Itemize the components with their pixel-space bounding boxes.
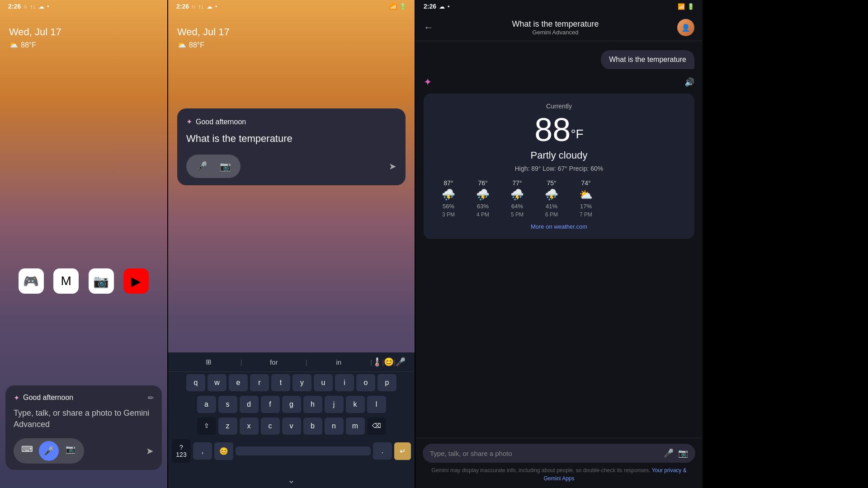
gemini-input-field[interactable]: Type, talk, or share a photo <box>430 450 659 457</box>
keyboard-row-2: a s d f g h j k l <box>168 394 415 415</box>
key-h[interactable]: h <box>303 396 322 413</box>
date-text-2: Wed, Jul 17 <box>177 26 406 38</box>
key-shift[interactable]: ⇧ <box>197 418 216 435</box>
speaker-icon[interactable]: 🔊 <box>684 77 694 87</box>
weather-emoji-1: ⛅ <box>9 41 18 49</box>
key-s[interactable]: s <box>218 396 237 413</box>
key-w[interactable]: w <box>208 374 226 391</box>
key-i[interactable]: i <box>335 374 354 391</box>
key-r[interactable]: r <box>250 374 269 391</box>
kbd-for[interactable]: for <box>242 358 306 366</box>
app-icons-row: 🎮 M 📷 ▶ <box>0 268 167 294</box>
key-t[interactable]: t <box>271 374 290 391</box>
keyboard-row-3: ⇧ z x c v b n m ⌫ <box>168 415 415 437</box>
key-f[interactable]: f <box>261 396 280 413</box>
temp-text-1: 88°F <box>21 41 36 49</box>
weather-details: High: 89° Low: 67° Precip: 60% <box>433 165 685 172</box>
key-d[interactable]: d <box>240 396 259 413</box>
key-p[interactable]: p <box>377 374 396 391</box>
h-time-4: 7 PM <box>580 211 592 218</box>
h-precip-2: 64% <box>511 203 523 210</box>
key-q[interactable]: q <box>186 374 205 391</box>
keyboard-btn-1[interactable]: ⌨ <box>19 441 35 457</box>
time-3: 2:26 <box>424 3 436 10</box>
gemini-input-area: Type, talk, or share a photo 🎤 📷 Gemini … <box>415 438 703 488</box>
key-enter[interactable]: ↵ <box>394 442 411 460</box>
h-precip-4: 17% <box>580 203 592 210</box>
weather-card: Currently 88°F Partly cloudy High: 89° L… <box>424 94 694 239</box>
voice-actions: 🎤 📷 ➤ <box>186 155 396 178</box>
status-left-3: 2:26 ☁ • <box>424 3 450 10</box>
h-icon-4: ⛅ <box>579 188 593 201</box>
key-n[interactable]: n <box>325 418 344 435</box>
wifi-2: 📶 <box>390 3 397 10</box>
photos-icon[interactable]: 📷 <box>89 268 114 294</box>
kbd-in[interactable]: in <box>307 358 370 366</box>
voice-camera-btn[interactable]: 📷 <box>217 158 233 174</box>
key-emoji-face[interactable]: 😊 <box>214 442 233 460</box>
key-m[interactable]: m <box>346 418 365 435</box>
key-123[interactable]: ?123 <box>172 439 191 463</box>
gemini-response-area: ✦ 🔊 Currently 88°F Partly cloudy High: 8… <box>424 76 694 239</box>
key-backspace[interactable]: ⌫ <box>367 418 386 435</box>
status-bar-2: 2:26 ○ ↑↓ ☁ • 📶 🔋 <box>168 0 415 13</box>
keyboard-overlay: ⊞ | for | in | 🌡️ | 😊 | 🎤 q w e r t y u … <box>168 352 415 488</box>
camera-btn-1[interactable]: 📷 <box>62 441 79 457</box>
kbd-grid-icon: ⊞ <box>177 358 241 366</box>
keyboard-row-1: q w e r t y u i o p <box>168 372 415 394</box>
gemini-prompt-1: Type, talk, or share a photo to Gemini A… <box>14 408 154 430</box>
wifi-3: 📶 <box>678 3 685 10</box>
key-y[interactable]: y <box>292 374 311 391</box>
key-u[interactable]: u <box>314 374 333 391</box>
key-x[interactable]: x <box>240 418 259 435</box>
key-z[interactable]: z <box>218 418 237 435</box>
gemini-star-main: ✦ <box>424 76 432 88</box>
action-buttons-1: ⌨ 🎤 📷 <box>14 438 84 464</box>
status-left-2: 2:26 ○ ↑↓ ☁ • <box>176 3 217 10</box>
input-camera-icon[interactable]: 📷 <box>678 448 688 458</box>
phone-panel-1: 2:26 ○ ↑↓ ☁ • Wed, Jul 17 ⛅ 88°F 🎮 M 📷 ▶… <box>0 0 167 488</box>
key-o[interactable]: o <box>356 374 375 391</box>
mic-btn-1[interactable]: 🎤 <box>39 441 59 461</box>
key-period[interactable]: . <box>373 442 392 460</box>
key-comma[interactable]: , <box>193 442 212 460</box>
key-a[interactable]: a <box>197 396 216 413</box>
edit-icon-1[interactable]: ✏ <box>148 394 154 402</box>
user-message-bubble: What is the temperature <box>601 50 694 69</box>
key-j[interactable]: j <box>325 396 344 413</box>
user-avatar[interactable]: 👤 <box>677 19 694 36</box>
key-g[interactable]: g <box>282 396 301 413</box>
dot-1: • <box>47 3 49 10</box>
keyboard-hide-btn[interactable]: ⌄ <box>168 472 415 488</box>
voice-send-btn[interactable]: ➤ <box>389 161 396 172</box>
key-k[interactable]: k <box>346 396 365 413</box>
temp-big: 88 <box>534 113 571 146</box>
dot-2: • <box>215 3 217 10</box>
key-c[interactable]: c <box>261 418 280 435</box>
gemini-star-icon-1: ✦ <box>14 394 19 402</box>
youtube-icon[interactable]: ▶ <box>123 268 149 294</box>
kbd-thermo[interactable]: 🌡️ <box>372 357 382 367</box>
gemini-response-header: ✦ 🔊 <box>424 76 694 88</box>
weather-source-link[interactable]: More on weather.com <box>433 223 685 230</box>
date-text-1: Wed, Jul 17 <box>9 26 158 38</box>
input-mic-icon[interactable]: 🎤 <box>664 448 674 458</box>
key-b[interactable]: b <box>303 418 322 435</box>
key-space[interactable] <box>236 446 371 455</box>
play-store-icon[interactable]: 🎮 <box>19 268 44 294</box>
voice-mic-btn[interactable]: 🎤 <box>193 158 210 174</box>
gmail-icon[interactable]: M <box>53 268 79 294</box>
temp-text-2: 88°F <box>189 41 204 49</box>
phone-panel-2: 2:26 ○ ↑↓ ☁ • 📶 🔋 Wed, Jul 17 ⛅ 88°F ✦ G… <box>168 0 415 488</box>
back-button[interactable]: ← <box>424 22 434 33</box>
gemini-actions-1: ⌨ 🎤 📷 ➤ <box>14 438 154 464</box>
h-temp-2: 77° <box>512 179 522 187</box>
voice-query: What is the temperature <box>186 132 396 145</box>
key-v[interactable]: v <box>282 418 301 435</box>
send-btn-1[interactable]: ➤ <box>146 446 154 456</box>
key-l[interactable]: l <box>367 396 386 413</box>
key-e[interactable]: e <box>229 374 248 391</box>
gemini-chat-area: What is the temperature ✦ 🔊 Currently 88… <box>415 41 703 438</box>
kbd-mic[interactable]: 🎤 <box>396 357 406 367</box>
kbd-emoji[interactable]: 😊 <box>384 357 394 367</box>
